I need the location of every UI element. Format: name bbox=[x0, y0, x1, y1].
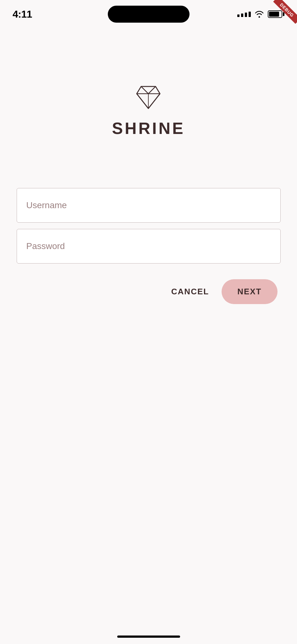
next-button[interactable]: NEXT bbox=[222, 279, 277, 304]
debug-badge bbox=[269, 0, 297, 28]
dynamic-island bbox=[108, 6, 190, 23]
status-bar: 4:11 bbox=[0, 0, 297, 28]
password-input[interactable] bbox=[17, 229, 281, 264]
diamond-icon bbox=[134, 85, 162, 110]
button-row: CANCEL NEXT bbox=[17, 279, 281, 304]
username-input[interactable] bbox=[17, 188, 281, 223]
home-indicator bbox=[117, 636, 180, 638]
main-content: SHRINE CANCEL NEXT bbox=[0, 28, 297, 304]
wifi-icon bbox=[255, 11, 264, 18]
status-time: 4:11 bbox=[13, 8, 32, 20]
app-title: SHRINE bbox=[112, 119, 185, 138]
form-area: CANCEL NEXT bbox=[17, 188, 281, 304]
cancel-button[interactable]: CANCEL bbox=[168, 280, 212, 303]
signal-icon bbox=[237, 12, 251, 17]
logo-area: SHRINE bbox=[112, 85, 185, 138]
